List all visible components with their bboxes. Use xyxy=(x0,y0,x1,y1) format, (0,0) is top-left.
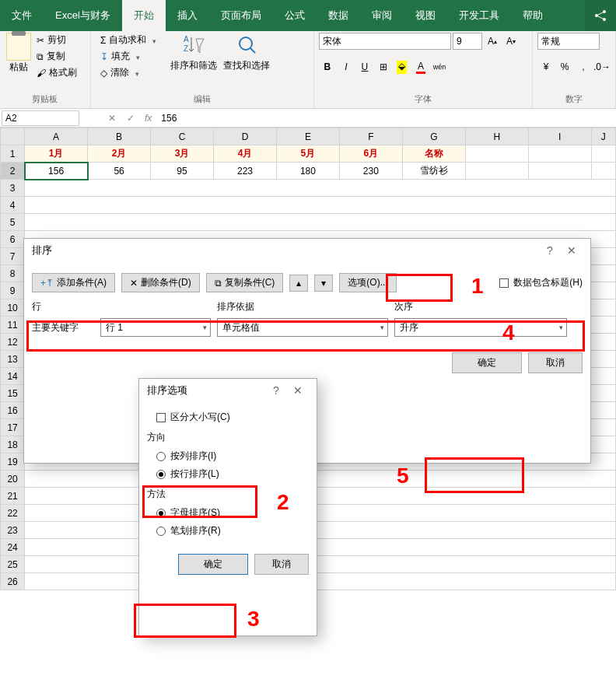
cancel-formula-button[interactable]: ✕ xyxy=(103,113,121,124)
cell-g2[interactable]: 雪纺衫 xyxy=(402,163,465,180)
fx-icon[interactable]: fx xyxy=(140,113,156,124)
cell[interactable] xyxy=(25,573,616,590)
cell-c2[interactable]: 95 xyxy=(151,163,214,180)
cell-c1[interactable]: 3月 xyxy=(151,145,214,163)
select-all-corner[interactable] xyxy=(1,128,25,145)
tab-dev[interactable]: 开发工具 xyxy=(447,0,511,31)
stroke-sort-radio[interactable]: 笔划排序(R) xyxy=(147,522,309,540)
col-header-g[interactable]: G xyxy=(402,128,465,145)
cell-e1[interactable]: 5月 xyxy=(276,145,339,163)
cell-b2[interactable]: 56 xyxy=(88,163,151,180)
cell[interactable] xyxy=(25,522,616,539)
increase-decimal-button[interactable]: .0→ xyxy=(593,58,611,75)
sort-by-column-radio[interactable]: 按列排序(I) xyxy=(147,447,309,465)
cell-g1[interactable]: 名称 xyxy=(402,145,465,163)
clear-button[interactable]: ◇清除 xyxy=(99,65,158,80)
col-header-i[interactable]: I xyxy=(528,128,591,145)
cell[interactable] xyxy=(591,163,615,180)
row-header-13[interactable]: 13 xyxy=(1,351,25,368)
row-header-17[interactable]: 17 xyxy=(1,419,25,436)
formula-input[interactable]: 156 xyxy=(156,113,616,124)
row-header-4[interactable]: 4 xyxy=(1,197,25,214)
row-header-2[interactable]: 2 xyxy=(1,163,25,180)
row-header-18[interactable]: 18 xyxy=(1,436,25,453)
col-header-h[interactable]: H xyxy=(465,128,528,145)
fill-button[interactable]: ↧填充 xyxy=(99,49,158,64)
tab-formula[interactable]: 公式 xyxy=(273,0,317,31)
tab-review[interactable]: 审阅 xyxy=(360,0,404,31)
col-header-d[interactable]: D xyxy=(214,128,277,145)
percent-button[interactable]: % xyxy=(556,58,573,75)
delete-condition-button[interactable]: ✕删除条件(D) xyxy=(121,273,200,292)
find-select-button[interactable]: 查找和选择 xyxy=(220,33,273,93)
cell[interactable] xyxy=(25,488,616,505)
col-header-a[interactable]: A xyxy=(25,128,88,145)
tab-view[interactable]: 视图 xyxy=(404,0,447,31)
cell[interactable] xyxy=(25,539,616,556)
tab-file[interactable]: 文件 xyxy=(0,0,44,31)
row-header-21[interactable]: 21 xyxy=(1,488,25,505)
row-header-9[interactable]: 9 xyxy=(1,282,25,299)
format-painter-button[interactable]: 🖌格式刷 xyxy=(35,65,79,80)
tab-insert[interactable]: 插入 xyxy=(166,0,209,31)
fill-color-button[interactable]: ⬙ xyxy=(394,58,411,75)
cell-f1[interactable]: 6月 xyxy=(339,145,402,163)
row-header-22[interactable]: 22 xyxy=(1,505,25,522)
cell[interactable] xyxy=(25,197,616,214)
col-header-f[interactable]: F xyxy=(339,128,402,145)
row-header-15[interactable]: 15 xyxy=(1,385,25,402)
underline-button[interactable]: U xyxy=(356,58,373,75)
row-header-26[interactable]: 26 xyxy=(1,573,25,590)
row-header-10[interactable]: 10 xyxy=(1,299,25,317)
cell-e2[interactable]: 180 xyxy=(276,163,339,180)
autosum-button[interactable]: Σ自动求和 xyxy=(99,33,158,47)
border-button[interactable]: ⊞ xyxy=(375,58,392,75)
help-button[interactable]: ? xyxy=(265,384,287,397)
row-header-12[interactable]: 12 xyxy=(1,334,25,351)
accept-formula-button[interactable]: ✓ xyxy=(121,113,140,124)
cell-a1[interactable]: 1月 xyxy=(25,145,88,163)
row-header-8[interactable]: 8 xyxy=(1,265,25,282)
row-header-14[interactable]: 14 xyxy=(1,368,25,385)
move-up-button[interactable]: ▴ xyxy=(289,275,308,292)
col-header-b[interactable]: B xyxy=(88,128,151,145)
row-header-3[interactable]: 3 xyxy=(1,180,25,197)
share-button[interactable] xyxy=(585,0,616,31)
close-button[interactable]: ✕ xyxy=(287,384,309,397)
row-header-20[interactable]: 20 xyxy=(1,471,25,488)
tab-home[interactable]: 开始 xyxy=(122,0,166,31)
row-header-1[interactable]: 1 xyxy=(1,145,25,163)
font-name-combo[interactable]: 宋体 xyxy=(319,33,451,50)
number-format-combo[interactable]: 常规 xyxy=(537,33,600,50)
tab-excel-finance[interactable]: Excel与财务 xyxy=(44,0,122,31)
row-header-16[interactable]: 16 xyxy=(1,402,25,419)
cell[interactable] xyxy=(25,180,616,197)
cell-f2[interactable]: 230 xyxy=(339,163,402,180)
add-condition-button[interactable]: +⤒添加条件(A) xyxy=(32,273,115,292)
case-sensitive-checkbox[interactable]: 区分大小写(C) xyxy=(147,408,309,426)
sort-ok-button[interactable]: 确定 xyxy=(452,352,522,373)
cell[interactable] xyxy=(25,471,616,488)
sort-by-row-radio[interactable]: 按行排序(L) xyxy=(147,465,309,483)
row-header-7[interactable]: 7 xyxy=(1,248,25,265)
cell[interactable] xyxy=(528,145,591,163)
tab-data[interactable]: 数据 xyxy=(317,0,360,31)
sort-row-combo[interactable]: 行 1 xyxy=(100,318,211,337)
cell[interactable] xyxy=(591,145,615,163)
col-header-c[interactable]: C xyxy=(151,128,214,145)
sort-basis-combo[interactable]: 单元格值 xyxy=(217,318,388,337)
col-header-e[interactable]: E xyxy=(276,128,339,145)
comma-button[interactable]: , xyxy=(575,58,592,75)
paste-button[interactable]: 粘贴 xyxy=(5,33,33,93)
has-header-checkbox[interactable]: 数据包含标题(H) xyxy=(499,276,583,289)
sort-order-combo[interactable]: 升序 xyxy=(394,318,567,337)
cell-a2[interactable]: 156 xyxy=(25,163,88,180)
decrease-font-button[interactable]: A▾ xyxy=(502,33,520,50)
cell[interactable] xyxy=(465,163,528,180)
cell[interactable] xyxy=(25,556,616,573)
font-size-combo[interactable]: 9 xyxy=(453,33,482,50)
cut-button[interactable]: ✂剪切 xyxy=(35,33,79,47)
cell-d1[interactable]: 4月 xyxy=(214,145,277,163)
row-header-11[interactable]: 11 xyxy=(1,317,25,334)
sort-options-button[interactable]: 选项(O)... xyxy=(339,273,396,292)
